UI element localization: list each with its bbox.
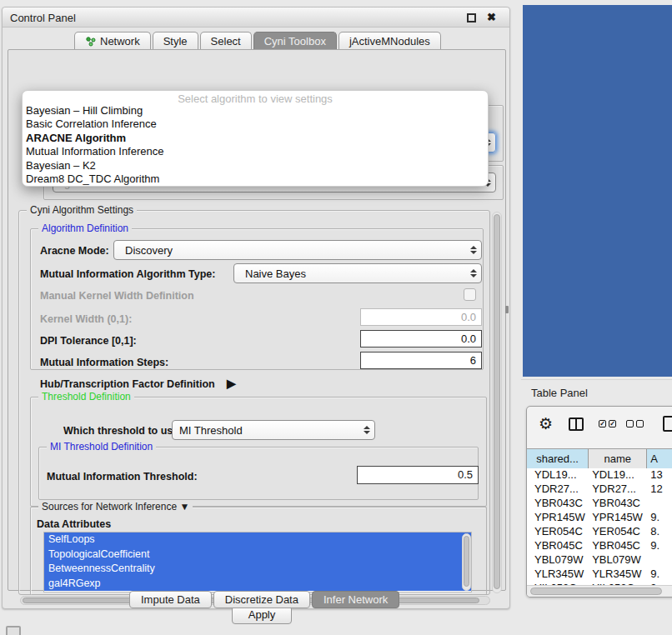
- table-cell: YBR045C: [589, 539, 647, 553]
- which-threshold-combobox[interactable]: MI Threshold: [172, 420, 375, 440]
- mi-threshold-definition-title: MI Threshold Definition: [47, 441, 156, 452]
- tab-label: Cyni Toolbox: [264, 35, 326, 48]
- scrollbar-thumb[interactable]: [494, 214, 500, 589]
- bottom-tab-infer-network[interactable]: Infer Network: [312, 591, 399, 608]
- bottom-tabs: Impute DataDiscretize DataInfer Network: [129, 591, 401, 608]
- attribute-item[interactable]: TopologicalCoefficient: [44, 548, 471, 562]
- table-panel-title: Table Panel: [531, 387, 588, 399]
- tab-style[interactable]: Style: [153, 32, 198, 50]
- table-cell: [647, 497, 672, 511]
- collapse-arrow-icon: ▼: [179, 501, 189, 512]
- apply-button[interactable]: Apply: [232, 606, 292, 624]
- dropdown-prompt: Select algorithm to view settings: [23, 91, 488, 104]
- new-column-icon[interactable]: [663, 416, 672, 432]
- algorithm-option[interactable]: Mutual Information Inference: [23, 145, 488, 158]
- table-panel-window: ⚙ ✓✓ shared...nameA YDL19...YDL19...13YD…: [526, 406, 672, 598]
- table-cell: 9.: [647, 539, 672, 553]
- mi-steps-label: Mutual Information Steps:: [40, 357, 168, 368]
- table-cell: 8.: [647, 525, 672, 539]
- column-header[interactable]: A: [647, 449, 672, 469]
- table-horizontal-scrollbar[interactable]: [527, 585, 672, 597]
- expand-arrow-icon[interactable]: ▶: [227, 377, 236, 390]
- control-panel-titlebar[interactable]: Control Panel ✖: [3, 8, 509, 28]
- combo-arrows-icon: [466, 246, 481, 254]
- dpi-tolerance-field[interactable]: 0.0: [360, 330, 482, 348]
- aracne-mode-value: Discovery: [114, 244, 466, 257]
- bottom-tab-discretize-data[interactable]: Discretize Data: [213, 591, 310, 608]
- algorithm-definition-title: Algorithm Definition: [38, 222, 132, 234]
- close-icon[interactable]: ✖: [487, 11, 496, 23]
- attribute-item[interactable]: BetweennessCentrality: [44, 562, 471, 577]
- table-cell: YBL079W: [589, 553, 647, 568]
- algorithm-option[interactable]: Dream8 DC_TDC Algorithm: [23, 172, 488, 186]
- mi-type-value: Naive Bayes: [234, 268, 466, 280]
- network-icon: [85, 36, 96, 47]
- float-window-icon[interactable]: [467, 13, 476, 22]
- table-row[interactable]: YDL19...YDL19...13: [527, 468, 672, 482]
- network-view-frame: GALGAL80GAL10GAL1GAL11SWI4GAL4GCY1HAP4YH…: [523, 5, 672, 377]
- mi-threshold-label: Mutual Information Threshold:: [47, 471, 198, 482]
- kernel-width-field[interactable]: 0.0: [360, 308, 482, 326]
- which-threshold-label: Which threshold to use:: [63, 425, 182, 437]
- table-cell: 13: [647, 468, 672, 482]
- settings-gear-icon[interactable]: ⚙: [539, 414, 553, 433]
- column-header[interactable]: name: [589, 449, 647, 469]
- table-cell: YDR27...: [589, 482, 647, 497]
- manual-kernel-checkbox[interactable]: [464, 288, 476, 301]
- column-header[interactable]: shared...: [527, 449, 589, 469]
- table-row[interactable]: YER054CYER054C8.: [527, 525, 672, 539]
- mi-type-label: Mutual Information Algorithm Type:: [40, 268, 215, 280]
- control-panel-title: Control Panel: [10, 12, 76, 24]
- attribute-item[interactable]: SelfLoops: [44, 532, 471, 548]
- table-row[interactable]: YBR045CYBR045C9.: [527, 539, 672, 553]
- table-row[interactable]: YLR345WYLR345W9.: [527, 568, 672, 582]
- mi-steps-field[interactable]: 6: [360, 352, 482, 369]
- table-row[interactable]: YBL079WYBL079W: [527, 553, 672, 568]
- dropdown-items: Bayesian – Hill ClimbingBasic Correlatio…: [23, 104, 488, 186]
- aracne-mode-combobox[interactable]: Discovery: [113, 240, 482, 260]
- scrollbar-thumb[interactable]: [464, 536, 469, 587]
- table-cell: YPR145W: [589, 511, 647, 525]
- panel-divider: [521, 379, 672, 380]
- algorithm-option[interactable]: Basic Correlation Inference: [23, 118, 488, 131]
- algorithm-option[interactable]: Bayesian – Hill Climbing: [23, 104, 488, 118]
- table-header: shared...nameA: [527, 448, 672, 468]
- select-all-checks-icon[interactable]: ✓✓: [599, 420, 616, 428]
- table-cell: 12: [647, 482, 672, 497]
- data-attributes-list[interactable]: SelfLoopsTopologicalCoefficientBetweenne…: [43, 532, 472, 592]
- table-cell: YBR043C: [589, 497, 647, 511]
- table-row[interactable]: YDR27...YDR27...12: [527, 482, 672, 497]
- scrollbar-thumb[interactable]: [530, 588, 662, 595]
- table-cell: YPR145W: [527, 511, 589, 525]
- bottom-tab-impute-data[interactable]: Impute Data: [129, 591, 212, 608]
- which-threshold-value: MI Threshold: [173, 424, 359, 437]
- table-cell: YBR043C: [527, 497, 589, 511]
- tab-jactivemnodules[interactable]: jActiveMNodules: [339, 32, 441, 50]
- attributes-list-scrollbar[interactable]: [462, 533, 471, 591]
- tab-select[interactable]: Select: [200, 32, 252, 50]
- attribute-item[interactable]: gal4RGexp: [44, 577, 471, 592]
- dpi-tolerance-label: DPI Tolerance [0,1]:: [40, 335, 137, 347]
- table-row[interactable]: YPR145WYPR145W9.: [527, 511, 672, 525]
- tab-cyni-toolbox[interactable]: Cyni Toolbox: [253, 32, 337, 50]
- table-cell: YBL079W: [527, 553, 589, 568]
- mi-threshold-field[interactable]: 0.5: [357, 466, 479, 484]
- settings-vertical-scrollbar[interactable]: [492, 212, 502, 593]
- tab-network[interactable]: Network: [74, 32, 151, 50]
- table-cell: 9.: [647, 568, 672, 582]
- algorithm-option[interactable]: ARACNE Algorithm: [23, 132, 488, 145]
- mi-type-combobox[interactable]: Naive Bayes: [233, 263, 482, 283]
- docked-panel-icon[interactable]: [6, 626, 21, 635]
- split-columns-icon[interactable]: [569, 418, 584, 431]
- algorithm-option[interactable]: Bayesian – K2: [23, 159, 488, 172]
- sources-title: Sources for Network Inference ▼: [38, 501, 193, 512]
- tab-label: Network: [100, 35, 140, 48]
- kernel-width-label: Kernel Width (0,1):: [40, 313, 132, 325]
- table-cell: YLR345W: [589, 568, 647, 582]
- deselect-all-checks-icon[interactable]: [626, 420, 644, 428]
- split-pane-handle[interactable]: [505, 306, 509, 313]
- table-cell: YDL19...: [527, 468, 589, 482]
- tab-label: Select: [211, 35, 241, 48]
- table-row[interactable]: YBR043CYBR043C: [527, 497, 672, 511]
- hub-section-label[interactable]: Hub/Transcription Factor Definition: [40, 378, 215, 390]
